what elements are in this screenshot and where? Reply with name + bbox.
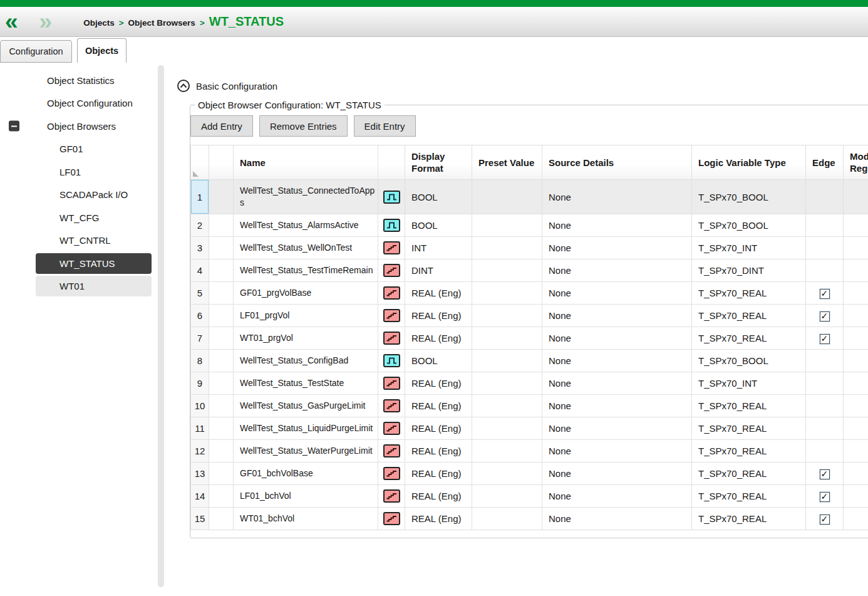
row-preset-value-cell[interactable] xyxy=(472,485,542,508)
row-logic-type-cell[interactable]: T_SPx70_REAL xyxy=(692,508,806,530)
row-name-cell[interactable]: GF01_bchVolBase xyxy=(234,463,378,485)
row-source-details-cell[interactable]: None xyxy=(542,485,692,508)
row-display-format-cell[interactable]: REAL (Eng) xyxy=(405,282,472,305)
row-blank-cell[interactable] xyxy=(209,508,234,530)
sidebar-item-wt-status[interactable]: WT_STATUS xyxy=(0,252,157,275)
row-modbus-cell[interactable] xyxy=(844,327,868,350)
sidebar-item-object-browsers[interactable]: Object Browsers xyxy=(0,115,157,138)
row-preset-value-cell[interactable] xyxy=(472,372,542,395)
edge-checkbox[interactable]: ✓ xyxy=(820,311,830,322)
sidebar-item-lf01[interactable]: LF01 xyxy=(0,160,157,184)
row-blank-cell[interactable] xyxy=(209,395,234,417)
table-row[interactable]: 2 WellTest_Status_AlarmsActive BOOL None… xyxy=(191,214,868,237)
row-display-format-cell[interactable]: BOOL xyxy=(405,350,472,372)
row-logic-type-cell[interactable]: T_SPx70_BOOL xyxy=(692,350,806,372)
row-edge-cell[interactable] xyxy=(806,259,844,282)
row-number-cell[interactable]: 2 xyxy=(191,214,209,237)
table-row[interactable]: 8 WellTest_Status_ConfigBad BOOL None T_… xyxy=(191,350,868,372)
row-number-cell[interactable]: 8 xyxy=(191,350,209,372)
table-row[interactable]: 15 WT01_bchVol REAL (Eng) None T_SPx70_R… xyxy=(191,508,868,530)
row-edge-cell[interactable]: ✓ xyxy=(806,508,844,530)
row-number-cell[interactable]: 3 xyxy=(191,237,209,259)
collapse-expander-icon[interactable] xyxy=(9,121,19,132)
remove-entries-button[interactable]: Remove Entries xyxy=(259,115,348,137)
sidebar-item-object-configuration[interactable]: Object Configuration xyxy=(0,92,157,115)
sidebar-item-object-statistics[interactable]: Object Statistics xyxy=(0,69,157,92)
row-display-format-cell[interactable]: REAL (Eng) xyxy=(405,305,472,327)
row-name-cell[interactable]: LF01_prgVol xyxy=(234,305,378,327)
row-logic-type-cell[interactable]: T_SPx70_BOOL xyxy=(692,214,806,237)
table-row[interactable]: 4 WellTest_Status_TestTimeRemain DINT No… xyxy=(191,259,868,282)
row-modbus-cell[interactable] xyxy=(844,372,868,395)
row-logic-type-cell[interactable]: T_SPx70_REAL xyxy=(692,327,806,350)
row-blank-cell[interactable] xyxy=(209,237,234,259)
row-edge-cell[interactable]: ✓ xyxy=(806,327,844,350)
row-modbus-cell[interactable] xyxy=(844,305,868,327)
navigate-back-icon[interactable]: « xyxy=(5,10,18,33)
sidebar-item-wt-cfg[interactable]: WT_CFG xyxy=(0,206,157,229)
table-row[interactable]: 11 WellTest_Status_LiquidPurgeLimit REAL… xyxy=(191,417,868,440)
row-source-details-cell[interactable]: None xyxy=(542,440,692,463)
row-edge-cell[interactable]: ✓ xyxy=(806,282,844,305)
table-row[interactable]: 3 WellTest_Status_WellOnTest INT None T_… xyxy=(191,237,868,259)
row-name-cell[interactable]: GF01_prgVolBase xyxy=(234,282,378,305)
row-name-cell[interactable]: WellTest_Status_TestTimeRemain xyxy=(234,259,378,282)
row-source-details-cell[interactable]: None xyxy=(542,395,692,417)
header-edge[interactable]: Edge xyxy=(806,145,844,180)
row-logic-type-cell[interactable]: T_SPx70_REAL xyxy=(692,395,806,417)
add-entry-button[interactable]: Add Entry xyxy=(190,115,253,137)
row-display-format-cell[interactable]: REAL (Eng) xyxy=(405,327,472,350)
tab-configuration[interactable]: Configuration xyxy=(0,40,72,63)
row-modbus-cell[interactable] xyxy=(844,417,868,440)
row-preset-value-cell[interactable] xyxy=(472,305,542,327)
row-number-cell[interactable]: 13 xyxy=(191,463,209,485)
row-display-format-cell[interactable]: REAL (Eng) xyxy=(405,417,472,440)
table-row[interactable]: 10 WellTest_Status_GasPurgeLimit REAL (E… xyxy=(191,395,868,417)
row-edge-cell[interactable] xyxy=(806,417,844,440)
row-source-details-cell[interactable]: None xyxy=(542,417,692,440)
row-number-cell[interactable]: 6 xyxy=(191,305,209,327)
table-row[interactable]: 5 GF01_prgVolBase REAL (Eng) None T_SPx7… xyxy=(191,282,868,305)
row-source-details-cell[interactable]: None xyxy=(542,463,692,485)
row-logic-type-cell[interactable]: T_SPx70_INT xyxy=(692,372,806,395)
row-name-cell[interactable]: WellTest_Status_GasPurgeLimit xyxy=(234,395,378,417)
row-modbus-cell[interactable] xyxy=(844,508,868,530)
row-preset-value-cell[interactable] xyxy=(472,214,542,237)
row-modbus-cell[interactable] xyxy=(844,463,868,485)
row-blank-cell[interactable] xyxy=(209,417,234,440)
row-edge-cell[interactable]: ✓ xyxy=(806,305,844,327)
header-logic-variable-type[interactable]: Logic Variable Type xyxy=(692,145,806,180)
row-name-cell[interactable]: WellTest_Status_TestState xyxy=(234,372,378,395)
row-source-details-cell[interactable]: None xyxy=(542,350,692,372)
row-edge-cell[interactable] xyxy=(806,440,844,463)
row-modbus-cell[interactable] xyxy=(844,395,868,417)
row-number-cell[interactable]: 5 xyxy=(191,282,209,305)
row-edge-cell[interactable] xyxy=(806,372,844,395)
row-preset-value-cell[interactable] xyxy=(472,395,542,417)
row-edge-cell[interactable] xyxy=(806,350,844,372)
row-name-cell[interactable]: WellTest_Status_ConfigBad xyxy=(234,350,378,372)
header-source-details[interactable]: Source Details xyxy=(542,145,692,180)
row-display-format-cell[interactable]: BOOL xyxy=(405,214,472,237)
header-modbus-register[interactable]: Modbus Register xyxy=(844,145,868,180)
row-number-cell[interactable]: 14 xyxy=(191,485,209,508)
table-row[interactable]: 14 LF01_bchVol REAL (Eng) None T_SPx70_R… xyxy=(191,485,868,508)
sidebar-item-wt-cntrl[interactable]: WT_CNTRL xyxy=(0,229,157,253)
row-blank-cell[interactable] xyxy=(209,214,234,237)
row-blank-cell[interactable] xyxy=(209,463,234,485)
header-display-format[interactable]: Display Format xyxy=(405,145,472,180)
row-display-format-cell[interactable]: DINT xyxy=(405,259,472,282)
row-blank-cell[interactable] xyxy=(209,259,234,282)
edge-checkbox[interactable]: ✓ xyxy=(820,492,830,502)
row-modbus-cell[interactable] xyxy=(844,440,868,463)
row-blank-cell[interactable] xyxy=(209,327,234,350)
row-display-format-cell[interactable]: REAL (Eng) xyxy=(405,508,472,530)
row-edge-cell[interactable] xyxy=(806,237,844,259)
table-row[interactable]: 13 GF01_bchVolBase REAL (Eng) None T_SPx… xyxy=(191,463,868,485)
breadcrumb-item-object-browsers[interactable]: Object Browsers xyxy=(128,18,195,28)
row-modbus-cell[interactable] xyxy=(844,350,868,372)
header-name[interactable]: Name xyxy=(234,145,378,180)
table-row[interactable]: 9 WellTest_Status_TestState REAL (Eng) N… xyxy=(191,372,868,395)
table-row[interactable]: 12 WellTest_Status_WaterPurgeLimit REAL … xyxy=(191,440,868,463)
row-blank-cell[interactable] xyxy=(209,305,234,327)
